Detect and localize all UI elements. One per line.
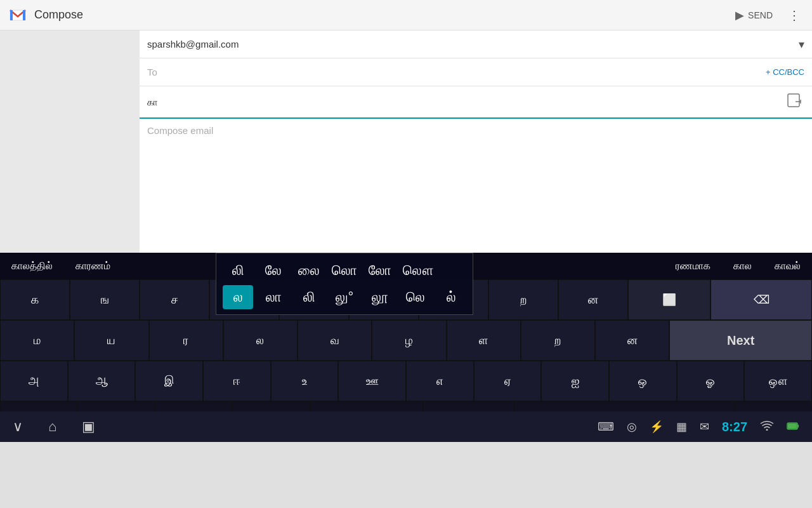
wifi-icon: [760, 420, 774, 434]
svg-rect-2: [23, 10, 25, 20]
la-variant-le2[interactable]: லெ: [400, 285, 431, 309]
nav-right: ⌨ ◎ ⚡ ▦ ✉ 8:27: [598, 420, 799, 434]
key-e[interactable]: எ: [406, 361, 474, 401]
expand-from-icon[interactable]: ▾: [799, 37, 804, 51]
key-ee[interactable]: ஏ: [474, 361, 542, 401]
key-lla2[interactable]: ள: [447, 320, 521, 361]
keyboard-row3: அ ஆ இ ஈ உ ஊ எ ஏ ஐ ஒ ஓ ஔ: [0, 361, 812, 401]
la-variant-lai[interactable]: லை: [294, 258, 324, 283]
la-popup-row2: ல லா லி லு° லூ லெ ல்: [223, 285, 466, 309]
top-bar: Compose ▶ SEND ⋮: [0, 0, 812, 30]
keyboard-status-icon: ⌨: [598, 420, 614, 434]
backspace-key[interactable]: ⌫: [710, 279, 812, 320]
svg-rect-8: [797, 424, 799, 427]
key-aa[interactable]: ஆ: [68, 361, 136, 401]
app-title: Compose: [34, 8, 382, 22]
body-row[interactable]: Compose email: [140, 119, 812, 157]
more-options-icon[interactable]: ⋮: [784, 4, 804, 27]
key-ra[interactable]: ர: [149, 320, 223, 361]
suggestion-0[interactable]: காலத்தில்: [0, 253, 64, 279]
la-popup-row1: லி லே லை லொ லோ லௌ: [223, 258, 466, 283]
keyboard-row2: ம ய ர ல வ ழ ள ற ன Next: [0, 320, 812, 361]
key-rra[interactable]: ற: [488, 279, 558, 320]
suggestion-2[interactable]: ரணமாக: [664, 253, 722, 279]
to-row[interactable]: To + CC/BCC: [140, 58, 812, 86]
key-ma[interactable]: ம: [0, 320, 74, 361]
la-variant-lau[interactable]: லௌ: [400, 258, 436, 283]
from-email: sparshkb@gmail.com: [147, 39, 799, 50]
la-variant-le[interactable]: லே: [258, 258, 289, 283]
send-label: SEND: [748, 10, 773, 20]
compose-panel: sparshkb@gmail.com ▾ To + CC/BCC கா Comp…: [140, 30, 812, 253]
la-variant-lo[interactable]: லொ: [329, 258, 360, 283]
subject-row[interactable]: கா: [140, 86, 812, 119]
key-u[interactable]: உ: [271, 361, 339, 401]
key-uu[interactable]: ஊ: [338, 361, 406, 401]
key-na[interactable]: ன: [558, 279, 628, 320]
key-na2[interactable]: ன: [595, 320, 669, 361]
back-nav-icon[interactable]: ∨: [13, 418, 23, 435]
key-ka[interactable]: க: [0, 279, 70, 320]
send-arrow-icon: ▶: [735, 8, 744, 22]
subject-input[interactable]: கா: [147, 97, 787, 108]
key-square[interactable]: ⬜: [628, 279, 710, 320]
nav-left: ∨ ⌂ ▣: [13, 418, 95, 435]
attach-icon[interactable]: [787, 91, 804, 112]
key-oo[interactable]: ஓ: [677, 361, 745, 401]
key-ii[interactable]: ஈ: [203, 361, 271, 401]
to-label: To: [147, 67, 766, 77]
la-base[interactable]: ல: [223, 285, 253, 309]
key-a[interactable]: அ: [0, 361, 68, 401]
home-nav-icon[interactable]: ⌂: [48, 418, 56, 435]
la-variants-popup: லி லே லை லொ லோ லௌ ல லா லி லு° லூ லெ ல்: [216, 253, 473, 315]
key-ai[interactable]: ஐ: [541, 361, 609, 401]
key-nga[interactable]: ங: [70, 279, 140, 320]
key-ca[interactable]: ச: [140, 279, 209, 320]
la-variant-la[interactable]: லா: [258, 285, 289, 309]
la-variant-luu[interactable]: லூ: [365, 285, 395, 309]
svg-point-6: [766, 429, 768, 431]
svg-rect-3: [788, 94, 799, 107]
la-variant-loo[interactable]: லோ: [365, 258, 395, 283]
svg-rect-1: [10, 10, 13, 20]
suggestion-1[interactable]: காரணம்: [64, 253, 122, 279]
la-variant-li[interactable]: லி: [223, 258, 253, 283]
recents-nav-icon[interactable]: ▣: [82, 418, 95, 435]
key-la2[interactable]: ல: [223, 320, 298, 361]
key-zha2[interactable]: ழ: [372, 320, 446, 361]
gmail-logo-icon: [8, 5, 28, 25]
keyboard-section: காலத்தில் காரணம் ரணமாக கால காவல் லி லே ல…: [0, 253, 812, 442]
from-row: sparshkb@gmail.com ▾: [140, 30, 812, 58]
battery-icon: [787, 420, 799, 434]
key-i[interactable]: இ: [135, 361, 203, 401]
suggestion-4[interactable]: காவல்: [763, 253, 812, 279]
content-area: sparshkb@gmail.com ▾ To + CC/BCC கா Comp…: [0, 30, 812, 253]
la-variant-li2[interactable]: லி: [294, 285, 324, 309]
gmail-status-icon: ✉: [700, 420, 709, 434]
key-va2[interactable]: வ: [298, 320, 372, 361]
next-key[interactable]: Next: [669, 320, 812, 361]
la-variant-lu[interactable]: லு°: [329, 285, 360, 309]
cc-bcc-button[interactable]: + CC/BCC: [766, 67, 804, 77]
suggestion-3[interactable]: கால: [722, 253, 763, 279]
key-au[interactable]: ஔ: [744, 361, 812, 401]
key-o[interactable]: ஒ: [609, 361, 677, 401]
la-variant-lal[interactable]: ல்: [436, 285, 466, 309]
bottom-nav-bar: ∨ ⌂ ▣ ⌨ ◎ ⚡ ▦ ✉ 8:27: [0, 411, 812, 442]
svg-rect-9: [788, 424, 797, 429]
key-rra2[interactable]: ற: [521, 320, 595, 361]
usb-status-icon: ⚡: [650, 420, 664, 434]
android-status-icon: ◎: [627, 420, 637, 434]
send-button[interactable]: ▶ SEND: [729, 4, 779, 26]
body-placeholder: Compose email: [147, 125, 213, 136]
time-display: 8:27: [722, 420, 747, 434]
key-ya[interactable]: ய: [74, 320, 148, 361]
photos-status-icon: ▦: [676, 420, 687, 434]
